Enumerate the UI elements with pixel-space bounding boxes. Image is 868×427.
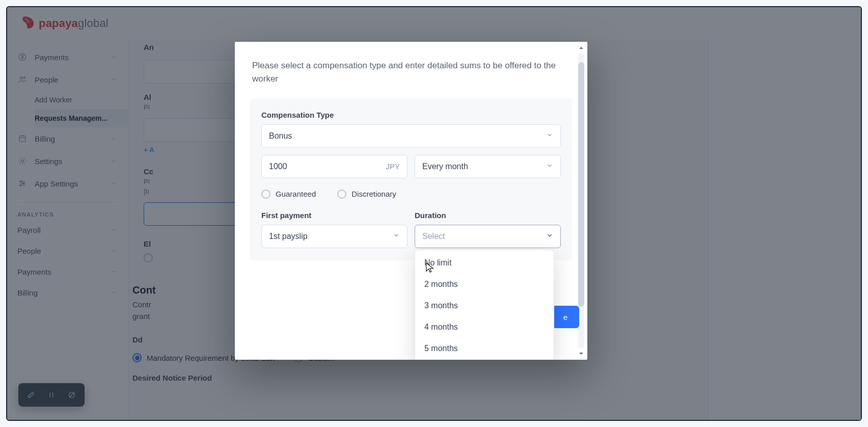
modal-primary-button[interactable]: e xyxy=(552,306,579,328)
amount-value: 1000 xyxy=(269,162,287,171)
duration-option[interactable]: 2 months xyxy=(415,274,554,295)
chevron-down-icon xyxy=(393,232,400,241)
modal-intro-text: Please select a compensation type and en… xyxy=(250,42,572,98)
duration-dropdown: No limit 2 months 3 months 4 months 5 mo… xyxy=(415,250,554,360)
discretionary-radio[interactable]: Discretionary xyxy=(337,190,396,199)
duration-option[interactable]: No limit xyxy=(415,252,554,274)
chevron-down-icon xyxy=(546,232,553,241)
duration-select[interactable]: Select xyxy=(415,225,561,248)
chevron-down-icon xyxy=(546,162,553,171)
currency-label: JPY xyxy=(386,162,400,171)
guaranteed-radio[interactable]: Guaranteed xyxy=(261,190,316,199)
first-payment-value: 1st payslip xyxy=(269,232,308,241)
duration-placeholder: Select xyxy=(422,232,445,241)
compensation-card: Compensation Type Bonus 1000 JPY Every m… xyxy=(250,98,572,260)
duration-label: Duration xyxy=(415,211,561,220)
duration-option[interactable]: 4 months xyxy=(415,316,554,338)
first-payment-select[interactable]: 1st payslip xyxy=(261,225,408,248)
first-payment-label: First payment xyxy=(261,211,408,220)
duration-option[interactable]: 3 months xyxy=(415,295,554,316)
frequency-select[interactable]: Every month xyxy=(415,155,561,178)
chevron-down-icon xyxy=(546,131,553,141)
comp-type-value: Bonus xyxy=(269,131,292,141)
compensation-modal: Please select a compensation type and en… xyxy=(235,42,587,360)
frequency-value: Every month xyxy=(422,162,468,171)
comp-type-select[interactable]: Bonus xyxy=(261,124,561,148)
amount-input[interactable]: 1000 JPY xyxy=(261,155,408,178)
comp-type-label: Compensation Type xyxy=(261,111,561,119)
duration-option[interactable]: 5 months xyxy=(415,338,554,359)
